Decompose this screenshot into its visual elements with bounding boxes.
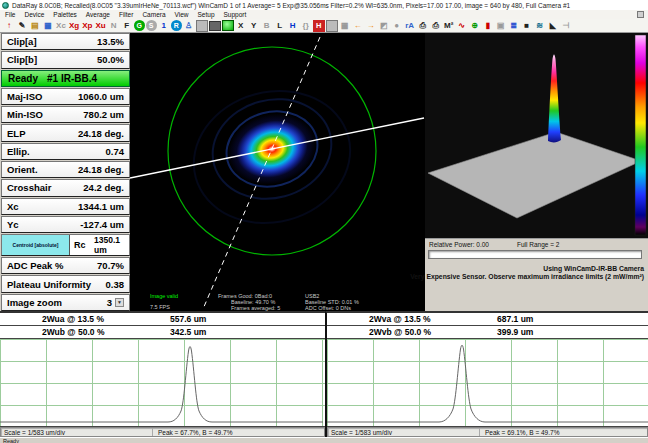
- one-button[interactable]: 1: [158, 20, 170, 32]
- image-zoom-dropdown-icon[interactable]: ▼: [115, 298, 124, 307]
- elp-label: ELP: [7, 128, 25, 139]
- h-red-button[interactable]: H: [313, 20, 325, 32]
- u-profile-row-b[interactable]: 2Wub @ 50.0 % 342.5 um: [0, 326, 325, 339]
- menu-palettes[interactable]: Palettes: [53, 11, 77, 18]
- 2wub-label: 2Wub @ 50.0 %: [0, 327, 148, 337]
- prev-arrow-icon[interactable]: ←: [352, 20, 364, 32]
- plateau-value: 0.38: [106, 279, 125, 290]
- camera-note-2: Very Expensive Sensor. Observe maximum i…: [410, 273, 644, 280]
- target-icon[interactable]: ⊕: [469, 20, 481, 32]
- xg-button[interactable]: Xg: [68, 20, 80, 32]
- row-xc[interactable]: Xc 1344.1 um: [1, 198, 130, 215]
- thermometer-icon[interactable]: ▮: [482, 20, 494, 32]
- menu-device[interactable]: Device: [24, 11, 44, 18]
- ellip-value: 0.74: [106, 146, 125, 157]
- crosshair-label: Crosshair: [7, 182, 51, 193]
- menu-filter[interactable]: Filter: [119, 11, 133, 18]
- m2-button[interactable]: M²: [443, 20, 455, 32]
- row-clip-b[interactable]: Clip[b] 50.0%: [1, 51, 130, 68]
- toolbar: ↑ ✎ ▤ ▦ Xc Xg Xp Xu N F G S 1 R ♙ X Y B …: [0, 19, 648, 33]
- save-icon[interactable]: ▦: [42, 20, 54, 32]
- plug-icon[interactable]: ⊣: [560, 20, 572, 32]
- row-maj-iso[interactable]: Maj-ISO 1060.0 um: [1, 88, 130, 105]
- braces-button[interactable]: {}: [300, 20, 312, 32]
- xu-button[interactable]: Xu: [94, 20, 106, 32]
- menu-setup[interactable]: Setup: [198, 11, 215, 18]
- h-button[interactable]: H: [287, 20, 299, 32]
- row-crosshair[interactable]: Crosshair 24.2 deg.: [1, 179, 130, 196]
- menu-average[interactable]: Average: [86, 11, 110, 18]
- circle-icon[interactable]: ●: [391, 20, 403, 32]
- live-led-icon[interactable]: [222, 20, 234, 31]
- open-folder-icon[interactable]: ▤: [29, 20, 41, 32]
- print-icon[interactable]: ⎙: [417, 20, 429, 32]
- status-bar: Ready: [0, 437, 648, 443]
- ink-icon[interactable]: ◣: [547, 20, 559, 32]
- pencil-icon[interactable]: ✎: [16, 20, 28, 32]
- n-button[interactable]: N: [108, 20, 120, 32]
- row-orient[interactable]: Orient. 24.18 deg.: [1, 161, 130, 178]
- adc-peak-label: ADC Peak %: [7, 260, 64, 271]
- s-circle-button[interactable]: S: [146, 20, 157, 31]
- trend-icon[interactable]: ∿: [456, 20, 468, 32]
- major-axis-line: [130, 118, 424, 178]
- beam-3d-view[interactable]: [425, 33, 648, 238]
- row-image-zoom[interactable]: Image zoom 3 ▼: [1, 294, 130, 311]
- gray-square-icon[interactable]: [326, 20, 338, 32]
- f-button[interactable]: F: [121, 20, 133, 32]
- small-button-icon[interactable]: [209, 21, 221, 31]
- v-profile-row-b[interactable]: 2Wvb @ 50.0 % 399.9 um: [327, 326, 648, 339]
- x-button[interactable]: X: [235, 20, 247, 32]
- ready-label: Ready: [8, 73, 38, 84]
- row-plateau-uniformity[interactable]: Plateau Uniformity 0.38: [1, 275, 130, 292]
- centroid-mode-button[interactable]: Centroid [absolute]: [2, 235, 70, 255]
- ra-button[interactable]: rA: [404, 20, 416, 32]
- u-profile-row-a[interactable]: 2Wua @ 13.5 % 557.6 um: [0, 313, 325, 326]
- 2wvb-value: 399.9 um: [475, 327, 533, 337]
- xc-value: 1344.1 um: [78, 201, 124, 212]
- image-zoom-label: Image zoom: [7, 297, 62, 308]
- menu-file[interactable]: File: [5, 11, 15, 18]
- row-yc[interactable]: Yc -127.4 um: [1, 216, 130, 233]
- import-icon[interactable]: ↑: [3, 20, 15, 32]
- u-profile-footer: Scale = 1/583 um/div Peak = 67.7%, B = 4…: [0, 427, 325, 437]
- user-icon[interactable]: ♙: [183, 20, 195, 32]
- copy-icon[interactable]: ◩: [378, 20, 390, 32]
- lock-icon[interactable]: [196, 20, 208, 32]
- min-iso-value: 780.2 um: [83, 109, 124, 120]
- row-clip-a[interactable]: Clip[a] 13.5%: [1, 33, 130, 50]
- row-elp[interactable]: ELP 24.18 deg.: [1, 124, 130, 141]
- g-circle-button[interactable]: G: [134, 20, 145, 31]
- u-peak-text: Peak = 67.7%, B = 49.7%: [153, 429, 232, 436]
- camera-icon[interactable]: ▣: [495, 20, 507, 32]
- menu-view[interactable]: View: [175, 11, 189, 18]
- next-arrow-icon[interactable]: →: [365, 20, 377, 32]
- row-adc-peak[interactable]: ADC Peak % 70.7%: [1, 257, 130, 274]
- menu-bar: File Device Palettes Average Filter Came…: [0, 10, 648, 19]
- menu-camera[interactable]: Camera: [142, 11, 165, 18]
- dock-window-icon[interactable]: [637, 11, 644, 18]
- chart-icon[interactable]: ≋: [534, 20, 546, 32]
- black-square-icon[interactable]: ■: [521, 20, 533, 32]
- xp-button[interactable]: Xp: [81, 20, 93, 32]
- v-profile-row-a[interactable]: 2Wva @ 13.5 % 687.1 um: [327, 313, 648, 326]
- ready-status-button[interactable]: Ready #1 IR-BB.4: [1, 70, 130, 87]
- r-circle-button[interactable]: R: [171, 20, 182, 31]
- xc-button[interactable]: Xc: [55, 20, 67, 32]
- clip-a-label: Clip[a]: [7, 36, 37, 47]
- row-ellip[interactable]: Ellip. 0.74: [1, 143, 130, 160]
- menu-support[interactable]: Support: [224, 11, 247, 18]
- y-button[interactable]: Y: [248, 20, 260, 32]
- parameter-panel: Clip[a] 13.5% Clip[b] 50.0% Ready #1 IR-…: [1, 33, 130, 311]
- print-setup-icon[interactable]: ⎙: [430, 20, 442, 32]
- fps-text: 7.5 FPS: [150, 304, 170, 310]
- u-profile-curve: [0, 339, 323, 427]
- grid-icon[interactable]: ▦: [339, 20, 351, 32]
- image-status-text: Image valid: [150, 293, 178, 299]
- b-button[interactable]: B: [261, 20, 273, 32]
- row-min-iso[interactable]: Min-ISO 780.2 um: [1, 106, 130, 123]
- rc-label: Rc: [70, 235, 94, 255]
- histogram-icon[interactable]: ≣: [508, 20, 520, 32]
- beam-image-view[interactable]: Image valid 7.5 FPS Frames Good: 0Bad:0 …: [130, 33, 425, 311]
- l-button[interactable]: L: [274, 20, 286, 32]
